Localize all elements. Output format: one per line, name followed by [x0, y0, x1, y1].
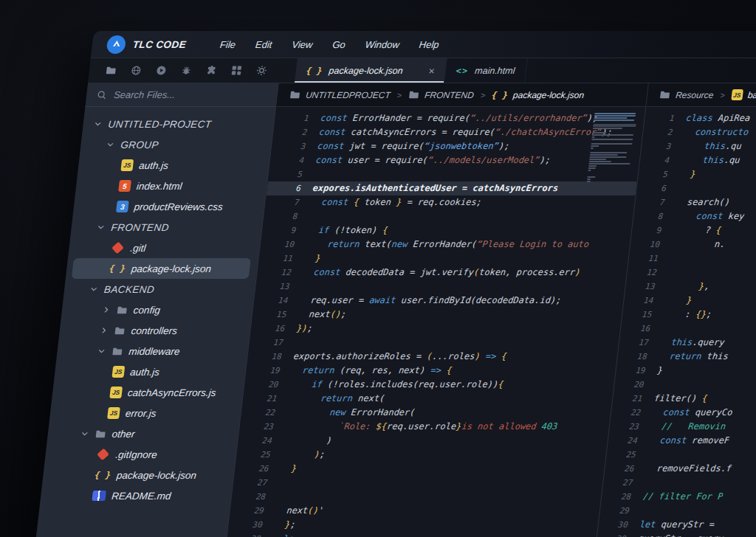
code-line: 19} — [615, 364, 756, 378]
tree-item-productreviews.css[interactable]: 3productReviews.css — [72, 196, 258, 217]
js-icon: JS — [107, 407, 120, 419]
tree-item-controllers[interactable]: controllers — [58, 320, 244, 341]
tree-item-label: middleware — [128, 346, 181, 357]
folder-icon — [111, 346, 124, 357]
code-line: 14 } — [623, 294, 756, 308]
line-source — [632, 476, 645, 490]
grid-icon[interactable] — [230, 65, 243, 76]
line-source: expores.isAuthenticatedUser = catchAsync… — [300, 181, 560, 195]
menu-file[interactable]: File — [219, 39, 236, 50]
line-number: 7 — [634, 195, 665, 209]
minimap-line — [592, 134, 633, 136]
css-icon: 3 — [116, 201, 129, 212]
app-brand: TLC CODE — [106, 35, 188, 54]
resource-crumb-resource[interactable]: Resource — [659, 89, 714, 100]
tree-item-package-lock.json[interactable]: { }package-lock.json — [42, 465, 227, 485]
menu-view[interactable]: View — [292, 39, 314, 50]
line-number: 30 — [596, 532, 627, 537]
tree-item-label: auth.js — [130, 367, 160, 378]
line-source: } — [645, 364, 663, 378]
code-line: 19 return (req, res, next) => { — [245, 364, 616, 378]
line-source: } — [268, 462, 298, 476]
line-source: removeFields.f — [633, 462, 732, 476]
line-source — [289, 280, 302, 294]
breadcrumb-item-frontend[interactable]: FRONTEND — [408, 89, 474, 100]
line-source: search() — [664, 195, 730, 209]
book-icon — [92, 491, 106, 501]
settings-icon[interactable] — [255, 65, 268, 76]
line-source — [656, 266, 670, 280]
tree-item-readme.md[interactable]: README.md — [40, 485, 225, 506]
menu-go[interactable]: Go — [332, 39, 346, 50]
tree-item-.gitignore[interactable]: .gitIgnore — [44, 444, 230, 465]
menu-help[interactable]: Help — [419, 39, 439, 50]
tree-item-other[interactable]: other — [47, 423, 232, 444]
breadcrumb-separator: > — [720, 91, 726, 100]
line-source — [643, 378, 656, 392]
tree-item-untitled-project[interactable]: UNTITLED-PROJECT — [82, 114, 267, 134]
line-source: : {}; — [651, 308, 712, 322]
tree-item-backend[interactable]: BACKEND — [63, 279, 249, 299]
line-number: 24 — [238, 434, 273, 448]
code-line: 28// filter For P — [601, 490, 756, 504]
tree-item-label: FRONTEND — [111, 222, 170, 233]
code-area[interactable]: 1const ErrorHander = require(“../utils/e… — [226, 107, 645, 537]
folder-icon[interactable] — [105, 65, 117, 76]
tree-item-package-lock.json[interactable]: { }package-lock.json — [72, 258, 251, 279]
minimap-line — [591, 148, 594, 149]
tree-item-frontend[interactable]: FRONTEND — [70, 217, 255, 238]
minimap-line — [590, 154, 618, 156]
line-source: const user = require(“../models/userMode… — [303, 153, 551, 167]
tree-item-auth.js[interactable]: JSauth.js — [78, 155, 263, 176]
minimap-line — [594, 117, 627, 119]
globe-icon[interactable] — [130, 65, 142, 76]
line-source: } — [667, 167, 697, 181]
tree-item-index.html[interactable]: 5index.html — [75, 176, 260, 196]
line-source — [658, 252, 671, 266]
line-number: 8 — [263, 209, 298, 224]
line-source — [283, 336, 296, 350]
line-number: 26 — [234, 462, 269, 476]
play-icon[interactable] — [155, 65, 168, 76]
line-source: const ErrorHander = require(“../utils/er… — [308, 111, 599, 125]
tree-item-group[interactable]: GROUP — [80, 134, 265, 155]
line-number: 24 — [608, 434, 639, 448]
chevron-down-icon — [106, 140, 115, 149]
resource-crumb-ba[interactable]: JSba — [731, 89, 756, 100]
minimap-line — [588, 167, 596, 169]
line-number: 3 — [641, 139, 672, 153]
breadcrumb-item-package-lock.json[interactable]: { }package-lock.json — [492, 90, 585, 100]
tree-item-middleware[interactable]: middleware — [56, 341, 241, 361]
line-number: 13 — [625, 280, 656, 294]
code-line: 27 — [233, 476, 603, 490]
bug-icon[interactable] — [180, 65, 193, 76]
tree-item-label: package-lock.json — [116, 470, 197, 481]
line-source: }, — [654, 280, 710, 294]
tree-item-.gitl[interactable]: .gitl — [68, 238, 253, 258]
code-line: 29 next()' — [230, 504, 600, 518]
close-tab-icon[interactable]: × — [428, 66, 436, 76]
minimap[interactable] — [587, 113, 638, 183]
braces-icon: { } — [306, 66, 323, 76]
line-source: const removeF — [637, 434, 731, 448]
minimap-line — [589, 159, 606, 160]
tree-item-catchasyncerrors.js[interactable]: JScatchAsyncErrors.js — [52, 382, 237, 403]
menu-window[interactable]: Window — [365, 39, 400, 50]
code-line: 17 — [249, 336, 619, 350]
tab-main.html[interactable]: <>main.html — [444, 58, 527, 83]
minimap-line — [591, 145, 599, 147]
tree-item-config[interactable]: config — [61, 299, 246, 320]
code-line: 12 — [627, 266, 756, 280]
menu-edit[interactable]: Edit — [255, 39, 272, 50]
tab-package-lock.json[interactable]: { }package-lock.json× — [295, 58, 447, 83]
tree-item-auth.js[interactable]: JSauth.js — [54, 361, 239, 382]
tree-item-error.js[interactable]: JSerror.js — [49, 403, 234, 423]
code-line-highlighted: 6expores.isAuthenticatedUser = catchAsyn… — [267, 181, 637, 195]
line-number: 18 — [247, 350, 283, 364]
app-logo-icon — [106, 35, 127, 54]
breadcrumb-item-untitledproject[interactable]: UNTITLEDPROJECT — [289, 89, 391, 100]
line-number: 23 — [239, 420, 275, 434]
search-files-input[interactable]: Search Files... — [85, 83, 278, 107]
extensions-icon[interactable] — [205, 65, 218, 76]
tree-item-label: README.md — [111, 491, 171, 502]
